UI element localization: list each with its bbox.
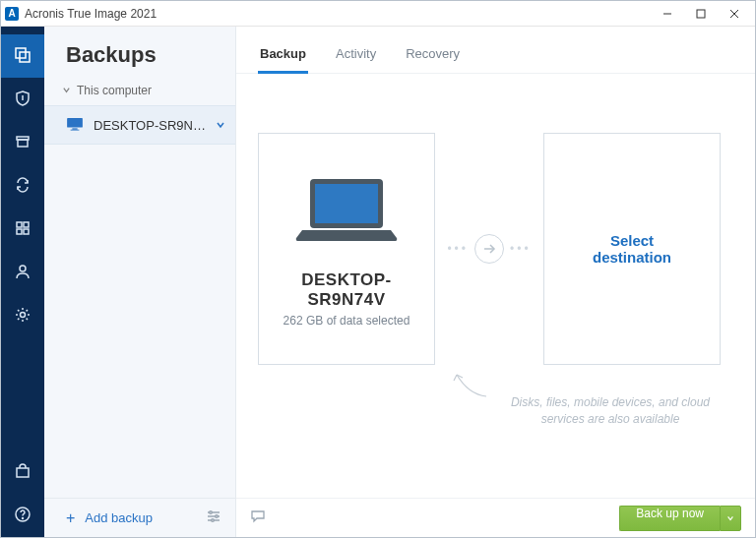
tab-recovery[interactable]: Recovery: [404, 46, 462, 73]
hint-text: Disks, files, mobile devices, and cloud …: [492, 394, 728, 428]
close-button[interactable]: [718, 1, 751, 26]
chevron-down-icon: [726, 510, 734, 525]
nav-tools[interactable]: [1, 208, 44, 251]
tab-activity[interactable]: Activity: [334, 46, 378, 73]
nav-settings[interactable]: [1, 294, 44, 337]
svg-rect-18: [72, 128, 77, 129]
group-label: This computer: [77, 84, 152, 97]
archive-icon: [14, 133, 32, 153]
monitor-icon: [66, 117, 84, 134]
svg-rect-5: [20, 52, 30, 62]
tab-bar: Backup Activity Recovery: [236, 27, 755, 74]
backup-content: DESKTOP-SR9N74V 262 GB of data selected …: [236, 74, 755, 498]
backup-now-button[interactable]: Back up now: [619, 506, 720, 531]
dots-left-icon: •••: [447, 242, 469, 256]
nav-sync[interactable]: [1, 164, 44, 208]
dest-line1: Select: [610, 232, 654, 249]
nav-backup[interactable]: [1, 34, 44, 78]
feedback-button[interactable]: [250, 509, 266, 526]
window-title: Acronis True Image 2021: [25, 7, 157, 21]
sliders-icon: [206, 511, 221, 526]
svg-point-23: [210, 511, 213, 514]
svg-rect-10: [17, 229, 22, 234]
hint-arrow-icon: [449, 369, 488, 398]
svg-point-16: [23, 517, 24, 518]
svg-rect-27: [315, 184, 378, 223]
arrow-right-icon: [474, 234, 504, 264]
person-icon: [14, 263, 32, 283]
svg-rect-17: [67, 117, 83, 127]
svg-rect-14: [17, 468, 29, 477]
dest-line2: destination: [593, 249, 671, 266]
svg-point-13: [21, 312, 26, 317]
svg-rect-9: [24, 222, 29, 227]
titlebar: A Acronis True Image 2021: [1, 1, 755, 27]
flow-arrow: ••• •••: [435, 234, 543, 264]
backup-destination-card[interactable]: Select destination: [543, 133, 721, 365]
add-backup-button[interactable]: Add backup: [85, 510, 153, 525]
svg-rect-19: [71, 129, 80, 130]
backup-sidebar: Backups This computer DESKTOP-SR9N74V +: [44, 27, 236, 537]
backup-item-name: DESKTOP-SR9N74V: [94, 118, 206, 133]
svg-point-25: [212, 519, 215, 522]
svg-rect-1: [697, 10, 705, 18]
backup-now-button-group: Back up now: [619, 506, 741, 531]
add-backup-bar: + Add backup: [44, 498, 235, 537]
main-panel: Backup Activity Recovery: [236, 27, 755, 537]
app-logo-icon: A: [5, 7, 19, 21]
nav-archive[interactable]: [1, 121, 44, 164]
chevron-down-icon[interactable]: [216, 118, 225, 133]
grid-icon: [14, 219, 32, 240]
sidebar-settings-button[interactable]: [206, 509, 221, 526]
shield-icon: [14, 90, 32, 110]
app-window: A Acronis True Image 2021: [0, 0, 756, 538]
source-subtitle: 262 GB of data selected: [284, 314, 410, 328]
svg-point-12: [20, 266, 26, 271]
help-icon: [14, 506, 32, 526]
chevron-down-icon: [62, 84, 71, 97]
sync-icon: [14, 176, 32, 197]
svg-rect-7: [18, 140, 28, 147]
minimize-button[interactable]: [651, 1, 684, 26]
laptop-icon: [292, 171, 401, 253]
nav-account[interactable]: [1, 251, 44, 294]
svg-rect-11: [24, 229, 29, 234]
nav-store[interactable]: [1, 450, 44, 494]
plus-icon: +: [66, 510, 75, 526]
footer-bar: Back up now: [236, 498, 755, 537]
backup-group-header[interactable]: This computer: [44, 80, 235, 105]
nav-protection[interactable]: [1, 78, 44, 121]
tab-backup[interactable]: Backup: [258, 46, 308, 73]
sidebar-heading: Backups: [44, 27, 235, 80]
gear-icon: [14, 306, 32, 327]
svg-rect-4: [16, 48, 26, 58]
dots-right-icon: •••: [510, 242, 532, 256]
backup-list-item[interactable]: DESKTOP-SR9N74V: [44, 105, 235, 145]
svg-rect-8: [17, 222, 22, 227]
backup-source-card[interactable]: DESKTOP-SR9N74V 262 GB of data selected: [258, 133, 435, 365]
stack-icon: [14, 46, 32, 67]
bag-icon: [14, 462, 32, 483]
nav-rail: [1, 27, 44, 537]
chat-icon: [250, 511, 266, 526]
nav-help[interactable]: [1, 494, 44, 537]
svg-point-24: [216, 515, 219, 518]
source-name: DESKTOP-SR9N74V: [269, 270, 424, 310]
maximize-button[interactable]: [684, 1, 718, 26]
backup-now-dropdown[interactable]: [720, 506, 741, 531]
